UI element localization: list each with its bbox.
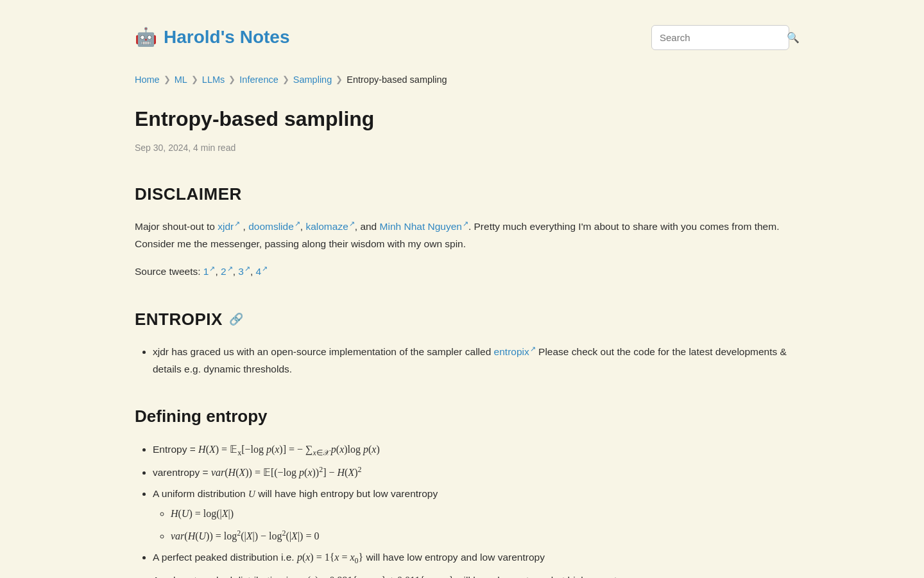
anchor-icon: 🔗 [229, 310, 244, 329]
entropy-label-1: Entropy = [153, 444, 198, 455]
entropy-formula-1: H(X) = 𝔼x[−log p(x)] = − ∑x∈𝒳 p(x)log p(… [198, 444, 380, 455]
disclaimer-heading: DISCLAIMER [135, 181, 789, 208]
ext-icon-entropix: ↗ [530, 343, 536, 355]
site-logo-link[interactable]: 🤖 Harold's Notes [135, 23, 289, 52]
tweet-sep1: , [215, 266, 221, 277]
entropix-list: xjdr has graced us with an open-source i… [135, 343, 789, 378]
ext-icon-doomslide: ↗ [295, 218, 300, 230]
breadcrumb-sep-5: ❯ [336, 73, 343, 87]
peaked-text: A perfect peaked distribution i.e. [153, 552, 297, 563]
ext-icon-tweet2: ↗ [227, 263, 233, 275]
link-minh[interactable]: Minh Nhat Nguyen↗ [380, 221, 468, 232]
uniform-math: U [248, 489, 255, 499]
uniform-formula-2: var(H(U)) = log2(|X|) − log2(|X|) = 0 [171, 530, 319, 541]
search-input[interactable] [660, 32, 782, 43]
link-xjdr[interactable]: xjdr↗ [218, 221, 240, 232]
tweet-link-2[interactable]: 2↗ [221, 266, 233, 277]
ext-icon-kalomaze: ↗ [349, 218, 355, 230]
uniform-formula-1: H(U) = log(|X|) [171, 508, 234, 519]
tweet-link-1[interactable]: 1↗ [203, 266, 216, 277]
article-title: Entropy-based sampling [135, 103, 789, 136]
breadcrumb-ml[interactable]: ML [175, 73, 187, 87]
uniform-text: A uniform distribution [153, 488, 248, 499]
breadcrumb-inference[interactable]: Inference [239, 73, 278, 87]
almost-peaked-text: An almost peaked distribution i.e. [153, 575, 302, 578]
disclaimer-comma1: , [240, 221, 248, 232]
entropy-list: Entropy = H(X) = 𝔼x[−log p(x)] = − ∑x∈𝒳 … [135, 441, 789, 578]
link-entropix[interactable]: entropix↗ [494, 346, 536, 357]
entropy-item-1: Entropy = H(X) = 𝔼x[−log p(x)] = − ∑x∈𝒳 … [153, 441, 789, 460]
ext-icon-xjdr: ↗ [234, 218, 240, 230]
disclaimer-comma3: , and [355, 221, 380, 232]
ext-icon-tweet4: ↗ [262, 263, 268, 275]
peaked-text-end: will have low entropy and low varentropy [363, 552, 545, 563]
tweet-sep3: , [250, 266, 256, 277]
entropix-heading-text: ENTROPIX [135, 306, 223, 333]
uniform-sub-item-2: var(H(U)) = log2(|X|) − log2(|X|) = 0 [171, 527, 789, 545]
tweet-link-3[interactable]: 3↗ [238, 266, 250, 277]
search-box: 🔍 [651, 25, 789, 51]
breadcrumb-sep-2: ❯ [191, 73, 198, 87]
ext-icon-minh: ↗ [463, 218, 468, 230]
defining-entropy-heading: Defining entropy [135, 403, 789, 430]
entropix-heading: ENTROPIX 🔗 [135, 306, 789, 333]
uniform-sub-list: H(U) = log(|X|) var(H(U)) = log2(|X|) − … [153, 505, 789, 545]
source-tweets-label: Source tweets: [135, 266, 203, 277]
disclaimer-text-pre: Major shout-out to [135, 221, 218, 232]
breadcrumb: Home ❯ ML ❯ LLMs ❯ Inference ❯ Sampling … [135, 67, 789, 103]
breadcrumb-sep-3: ❯ [228, 73, 235, 87]
link-doomslide[interactable]: doomslide↗ [248, 221, 300, 232]
breadcrumb-sampling[interactable]: Sampling [293, 73, 332, 87]
breadcrumb-current: Entropy-based sampling [346, 73, 447, 87]
entropy-item-4: A perfect peaked distribution i.e. p(x) … [153, 548, 789, 568]
entropix-list-item: xjdr has graced us with an open-source i… [153, 343, 789, 378]
entropix-bullet-pre: xjdr has graced us with an open-source i… [153, 346, 494, 357]
ext-icon-tweet3: ↗ [244, 263, 250, 275]
breadcrumb-home[interactable]: Home [135, 73, 160, 87]
site-title: Harold's Notes [164, 23, 289, 52]
source-tweets-paragraph: Source tweets: 1↗, 2↗, 3↗, 4↗ [135, 263, 789, 281]
uniform-sub-item-1: H(U) = log(|X|) [171, 505, 789, 522]
almost-peaked-text-end: will have low entropy but high varentrop… [454, 575, 636, 578]
robot-icon: 🤖 [135, 28, 157, 46]
uniform-text-end: will have high entropy but low varentrop… [255, 488, 438, 499]
entropy-item-2: varentropy = var(H(X)) = 𝔼[(−log p(x))2]… [153, 463, 789, 482]
disclaimer-paragraph: Major shout-out to xjdr↗ , doomslide↗, k… [135, 218, 789, 252]
tweet-link-4[interactable]: 4↗ [256, 266, 268, 277]
entropy-item-3: A uniform distribution U will have high … [153, 486, 789, 545]
varentropy-formula: var(H(X)) = 𝔼[(−log p(x))2] − H(X)2 [211, 467, 362, 478]
breadcrumb-sep-1: ❯ [164, 73, 171, 87]
link-kalomaze[interactable]: kalomaze↗ [305, 221, 354, 232]
header: 🤖 Harold's Notes 🔍 [135, 13, 789, 67]
peaked-formula: p(x) = 1{x = x0} [297, 552, 363, 563]
varentropy-label: varentropy = [153, 467, 211, 478]
article: Entropy-based sampling Sep 30, 2024, 4 m… [135, 103, 789, 578]
breadcrumb-sep-4: ❯ [282, 73, 289, 87]
search-icon[interactable]: 🔍 [787, 30, 800, 46]
almost-peaked-formula: p(x) = 0.991{x = x0} + 0.011{x = x1} [302, 575, 454, 578]
breadcrumb-llms[interactable]: LLMs [202, 73, 225, 87]
article-meta: Sep 30, 2024, 4 min read [135, 141, 789, 155]
entropy-item-5: An almost peaked distribution i.e. p(x) … [153, 572, 789, 578]
